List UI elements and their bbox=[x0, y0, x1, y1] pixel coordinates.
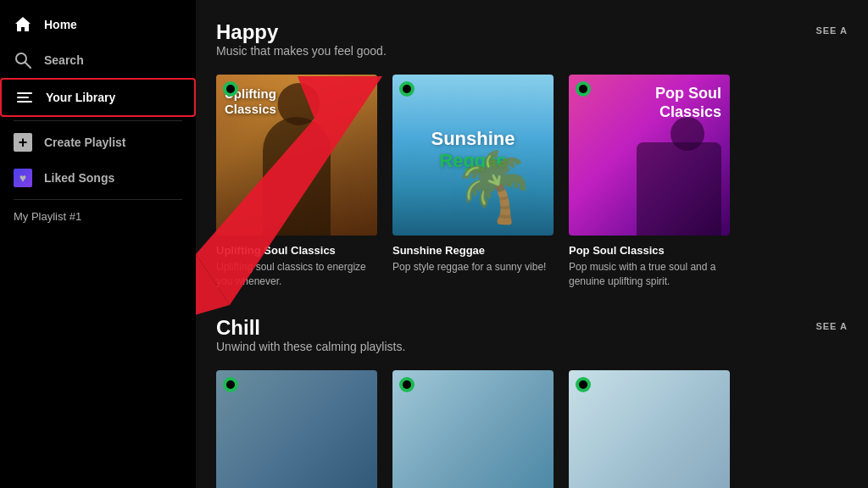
popsoul-desc: Pop music with a true soul and a genuine… bbox=[569, 260, 730, 289]
spotify-dot-chill1 bbox=[223, 377, 238, 392]
plus-icon: + bbox=[14, 133, 32, 152]
search-icon bbox=[14, 51, 32, 69]
spotify-dot-popsoul bbox=[576, 81, 591, 97]
card-chill3[interactable] bbox=[569, 370, 730, 488]
card-pop-soul[interactable]: Pop SoulClassics Pop Soul Classics Pop m… bbox=[569, 75, 730, 289]
spotify-dot-chill3 bbox=[576, 377, 591, 392]
card-chill3-image bbox=[569, 370, 730, 488]
happy-cards-row: UpliftingClassics Uplifting Soul Classic… bbox=[216, 75, 848, 289]
chill-cards-row bbox=[216, 370, 848, 488]
sidebar-item-liked-songs[interactable]: ♥ Liked Songs bbox=[0, 160, 196, 196]
reggae-name: Sunshine Reggae bbox=[392, 244, 554, 257]
svg-line-1 bbox=[25, 63, 31, 68]
spotify-dot-reggae bbox=[399, 81, 415, 97]
reggae-desc: Pop style reggae for a sunny vibe! bbox=[392, 260, 554, 274]
sidebar-item-your-library[interactable]: Your Library bbox=[0, 78, 196, 117]
sidebar: Home Search Your Library + Create Playli… bbox=[0, 0, 196, 488]
happy-subtitle: Music that makes you feel good. bbox=[216, 44, 387, 58]
chill-subtitle: Unwind with these calming playlists. bbox=[216, 340, 405, 353]
svg-point-0 bbox=[16, 53, 26, 64]
home-icon bbox=[14, 15, 32, 34]
sidebar-item-create-playlist[interactable]: + Create Playlist bbox=[0, 125, 196, 160]
happy-section: Happy Music that makes you feel good. SE… bbox=[216, 20, 848, 289]
card-chill1[interactable] bbox=[216, 370, 377, 488]
sidebar-search-label: Search bbox=[44, 53, 84, 67]
chill-section-header: Chill Unwind with these calming playlist… bbox=[216, 316, 848, 367]
heart-icon: ♥ bbox=[14, 169, 32, 187]
card-reggae-image: Sunshine Reggae bbox=[392, 75, 554, 236]
sidebar-create-playlist-label: Create Playlist bbox=[44, 136, 126, 149]
sidebar-home-label: Home bbox=[44, 18, 77, 31]
happy-see-all[interactable]: SEE A bbox=[815, 20, 848, 36]
sidebar-item-home[interactable]: Home bbox=[0, 7, 196, 42]
chill-title: Chill bbox=[216, 316, 405, 340]
sidebar-liked-songs-label: Liked Songs bbox=[44, 171, 114, 185]
reggae-line1: Sunshine bbox=[431, 128, 515, 150]
happy-title: Happy bbox=[216, 20, 387, 44]
uplifting-desc: Uplifting soul classics to energize you … bbox=[216, 260, 377, 289]
chill-see-all[interactable]: SEE A bbox=[815, 316, 848, 331]
popsoul-overlay-text: Pop SoulClassics bbox=[655, 85, 721, 121]
card-uplifting[interactable]: UpliftingClassics Uplifting Soul Classic… bbox=[216, 75, 377, 289]
main-content: Happy Music that makes you feel good. SE… bbox=[196, 0, 868, 488]
uplifting-name: Uplifting Soul Classics bbox=[216, 244, 377, 257]
sidebar-divider-2 bbox=[14, 199, 182, 200]
chill-section: Chill Unwind with these calming playlist… bbox=[216, 316, 848, 488]
card-chill1-image bbox=[216, 370, 377, 488]
playlist-item[interactable]: My Playlist #1 bbox=[0, 203, 196, 230]
sidebar-library-label: Your Library bbox=[46, 91, 115, 104]
popsoul-name: Pop Soul Classics bbox=[569, 244, 730, 257]
card-sunshine-reggae[interactable]: Sunshine Reggae Sunshine Reggae Pop styl… bbox=[392, 75, 554, 289]
reggae-line2: Reggae bbox=[431, 151, 515, 173]
happy-section-header: Happy Music that makes you feel good. SE… bbox=[216, 20, 848, 71]
sidebar-item-search[interactable]: Search bbox=[0, 42, 196, 78]
card-chill2-image bbox=[392, 370, 554, 488]
playlist-name: My Playlist #1 bbox=[14, 210, 81, 223]
sidebar-divider bbox=[14, 120, 182, 121]
card-popsoul-image: Pop SoulClassics bbox=[569, 75, 730, 236]
spotify-dot-uplifting bbox=[223, 81, 238, 97]
card-uplifting-image: UpliftingClassics bbox=[216, 75, 377, 236]
card-chill2[interactable] bbox=[392, 370, 554, 488]
library-icon bbox=[15, 88, 34, 107]
reggae-center-text: Sunshine Reggae bbox=[431, 128, 515, 173]
spotify-dot-chill2 bbox=[399, 377, 415, 392]
